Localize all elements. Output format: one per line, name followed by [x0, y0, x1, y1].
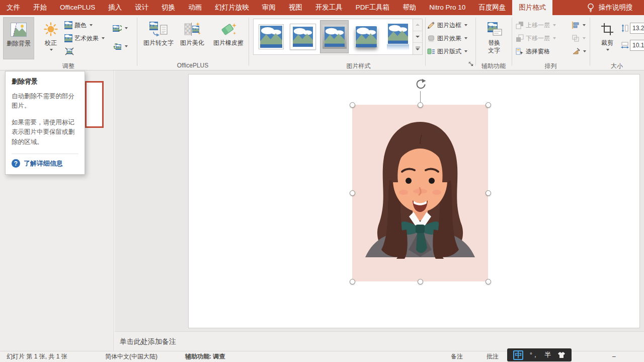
gallery-scroll-up-button[interactable]	[413, 19, 422, 31]
tab-nitro-pro[interactable]: Nitro Pro 10	[423, 0, 472, 15]
tab-review[interactable]: 审阅	[256, 0, 282, 15]
comments-toggle-button[interactable]: 批注	[487, 351, 499, 362]
tab-design[interactable]: 设计	[128, 0, 155, 15]
picture-styles-gallery	[253, 19, 413, 55]
slide-counter[interactable]: 幻灯片 第 1 张, 共 1 张	[7, 351, 67, 362]
group-divider	[590, 18, 590, 66]
picture-layout-button[interactable]: 图片版式	[427, 45, 467, 57]
tab-developer[interactable]: 开发工具	[309, 0, 349, 15]
align-button[interactable]	[572, 19, 586, 31]
picture-styles-dialog-launcher[interactable]	[468, 61, 474, 68]
tab-baidu-netdisk[interactable]: 百度网盘	[472, 0, 512, 15]
chevron-down-icon	[464, 50, 467, 52]
change-picture-button[interactable]	[113, 22, 128, 34]
picture-style-option-5[interactable]	[383, 20, 412, 53]
selected-picture-portrait-woman[interactable]	[352, 105, 488, 281]
picture-to-text-icon	[149, 19, 168, 39]
notes-placeholder[interactable]: 单击此处添加备注	[120, 332, 176, 351]
resize-handle-bottom-left[interactable]	[350, 279, 355, 284]
notes-toggle-button[interactable]: 备注	[451, 351, 463, 362]
ime-skin-shirt-icon[interactable]	[557, 351, 566, 358]
picture-layout-icon	[427, 47, 435, 55]
zoom-out-button[interactable]: −	[612, 351, 616, 362]
shape-width-input[interactable]: 10.1	[630, 40, 644, 51]
tab-pdf-toolbox[interactable]: PDF工具箱	[349, 0, 396, 15]
rotate-button[interactable]	[572, 45, 586, 57]
alt-text-icon	[486, 19, 502, 39]
picture-eraser-button[interactable]: 图片橡皮擦	[209, 17, 248, 59]
picture-beautify-button[interactable]: 图片美化	[176, 17, 208, 59]
tab-slideshow[interactable]: 幻灯片放映	[208, 0, 256, 15]
resize-handle-top-center[interactable]	[418, 102, 423, 108]
tab-animations[interactable]: 动画	[182, 0, 208, 15]
resize-handle-bottom-right[interactable]	[486, 279, 491, 284]
tell-me-search[interactable]: 操作说明搜	[587, 0, 633, 15]
remove-background-tooltip: 删除背景 自动删除不需要的部分图片。 如果需要，请使用标记表示图片中要保留或删除…	[5, 71, 85, 175]
bring-forward-button-disabled: 上移一层	[516, 19, 556, 31]
chevron-down-icon	[125, 45, 128, 47]
tooltip-body-2: 如果需要，请使用标记表示图片中要保留或删除的区域。	[12, 118, 78, 147]
picture-style-option-1[interactable]	[257, 20, 285, 53]
tab-transitions[interactable]: 切换	[155, 0, 182, 15]
remove-background-button[interactable]: 删除背景	[3, 17, 34, 59]
language-status[interactable]: 简体中文(中国大陆)	[105, 351, 157, 362]
tab-home[interactable]: 开始	[27, 0, 53, 15]
group-divider	[512, 18, 512, 66]
ime-width-toggle[interactable]: 半	[544, 350, 551, 359]
picture-effects-button[interactable]: 图片效果	[427, 32, 467, 44]
resize-handle-middle-right[interactable]	[486, 190, 491, 196]
tab-officeplus[interactable]: OfficePLUS	[53, 0, 102, 15]
shape-height-input[interactable]: 13.2	[630, 23, 644, 34]
shape-height-row	[621, 22, 629, 34]
crop-label: 裁剪	[601, 39, 613, 47]
alt-text-button[interactable]: 替换 文字	[478, 17, 510, 59]
tab-file[interactable]: 文件	[0, 0, 27, 15]
gallery-scroll-down-button[interactable]	[413, 31, 422, 43]
slide-1-thumbnail-selected[interactable]	[85, 81, 104, 128]
ribbon: 删除背景 校正 颜色	[0, 15, 644, 70]
color-button[interactable]: 颜色	[64, 19, 93, 31]
ime-toolbar: 中 °， 半	[507, 348, 572, 361]
rotation-handle[interactable]	[415, 79, 427, 91]
resize-handle-top-left[interactable]	[350, 102, 355, 108]
picture-style-option-4[interactable]	[352, 20, 380, 53]
artistic-effects-label: 艺术效果	[74, 34, 99, 43]
alt-text-label-line2: 文字	[488, 47, 500, 54]
picture-style-option-2[interactable]	[288, 20, 317, 53]
ime-punctuation-toggle[interactable]: °，	[530, 351, 538, 359]
picture-border-button[interactable]: 图片边框	[427, 19, 467, 31]
slide-editor-canvas	[115, 70, 644, 331]
reset-picture-button[interactable]	[113, 40, 128, 52]
corrections-button[interactable]: 校正	[39, 17, 62, 59]
accessibility-status[interactable]: 辅助功能: 调查	[185, 351, 225, 362]
gallery-more-button[interactable]	[413, 43, 422, 54]
send-backward-button-disabled: 下移一层	[516, 32, 556, 44]
selection-pane-button[interactable]: 选择窗格	[516, 45, 550, 57]
resize-handle-bottom-center[interactable]	[418, 279, 423, 284]
learn-more-link[interactable]: ? 了解详细信息	[12, 159, 78, 168]
tab-view[interactable]: 视图	[282, 0, 309, 15]
tab-insert[interactable]: 插入	[102, 0, 128, 15]
selection-pane-label: 选择窗格	[526, 47, 550, 56]
learn-more-label: 了解详细信息	[24, 159, 63, 168]
resize-handle-middle-left[interactable]	[350, 190, 355, 196]
bring-forward-icon	[516, 21, 524, 29]
resize-handle-top-right[interactable]	[486, 102, 491, 108]
picture-beautify-icon	[184, 19, 201, 39]
reset-picture-icon	[113, 42, 122, 50]
tab-help[interactable]: 帮助	[396, 0, 423, 15]
ime-mode-toggle[interactable]: 中	[513, 350, 523, 360]
reflection-effect	[387, 44, 409, 50]
picture-to-text-button[interactable]: 图片转文字	[141, 17, 176, 59]
picture-style-option-3-selected[interactable]	[320, 20, 349, 53]
picture-layout-label: 图片版式	[437, 47, 461, 56]
crop-icon	[601, 19, 614, 39]
rotate-icon	[572, 47, 580, 55]
help-circle-icon: ?	[12, 159, 20, 168]
chevron-down-icon	[583, 37, 586, 39]
crop-button[interactable]: 裁剪	[596, 17, 619, 59]
compress-picture-button[interactable]	[65, 45, 74, 57]
gallery-scroll-controls	[413, 19, 423, 55]
artistic-effects-button[interactable]: 艺术效果	[64, 32, 105, 44]
tab-picture-format[interactable]: 图片格式	[512, 0, 552, 15]
